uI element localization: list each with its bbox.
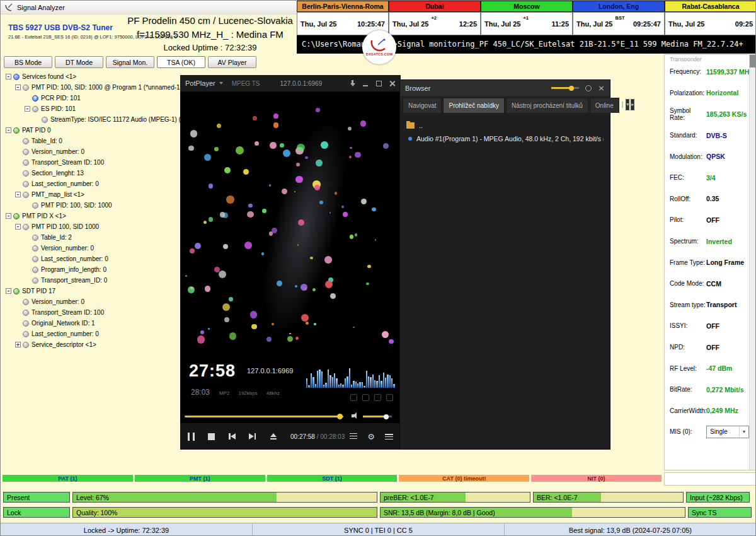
- tree-item[interactable]: Table_Id: 2: [3, 232, 180, 243]
- chevron-down-icon: [219, 82, 223, 84]
- node-icon: [23, 170, 29, 177]
- volume-knob[interactable]: [384, 414, 389, 419]
- collapse-icon[interactable]: -: [6, 127, 11, 133]
- tree-item[interactable]: Last_section_number: 0: [3, 178, 180, 189]
- pause-button[interactable]: [188, 433, 195, 441]
- node-icon: [23, 331, 29, 337]
- psi-table-label: PAT (1): [58, 475, 77, 482]
- browser-tab-online[interactable]: Online: [590, 98, 619, 113]
- tree-item[interactable]: Transport_Stream ID: 100: [3, 157, 180, 168]
- collapse-icon[interactable]: -: [6, 74, 11, 79]
- close-icon[interactable]: ×: [598, 83, 605, 93]
- seek-bar[interactable]: [185, 416, 343, 417]
- tree-item[interactable]: Table_Id: 0: [3, 136, 180, 146]
- tree-item[interactable]: Original_Network ID: 1: [3, 318, 180, 329]
- seek-knob[interactable]: [337, 414, 343, 419]
- parent-dir-item[interactable]: ..: [406, 119, 604, 132]
- world-clocks: Berlin-Paris-Vienna-RomaThu, Jul 2510:25…: [297, 1, 756, 35]
- tree-item[interactable]: -ES PID: 101: [3, 103, 180, 114]
- player-menu-button[interactable]: PotPlayer: [185, 79, 215, 87]
- pin-icon[interactable]: [585, 85, 592, 91]
- tree-item[interactable]: -PAT PID 0: [3, 125, 180, 136]
- previous-button[interactable]: [228, 433, 236, 440]
- mis-dropdown[interactable]: Single ▾: [706, 426, 749, 438]
- dxsatcs-logo: DXSATCS.COM: [362, 30, 396, 64]
- tab-signal-mon[interactable]: Signal Mon.: [106, 56, 154, 68]
- forward-caret-button[interactable]: ▸: [631, 99, 634, 110]
- tree-item[interactable]: Version_number: 0: [3, 296, 180, 307]
- clock-datetime: Thu, Jul 25+212:25: [389, 12, 481, 35]
- psi-table-status: PMT (1): [135, 475, 265, 482]
- tree-item[interactable]: -PMT_map_list <1>: [3, 189, 180, 200]
- transponder-field-label: Modulation:: [665, 153, 706, 160]
- video-area[interactable]: [180, 91, 401, 361]
- collapse-icon[interactable]: -: [6, 288, 11, 294]
- tree-item[interactable]: Last_section_number: 0: [3, 329, 180, 339]
- transponder-row: Code Mode:CCM: [665, 273, 755, 294]
- next-button[interactable]: [249, 433, 256, 440]
- quality-label: Quality: 100%: [76, 509, 117, 516]
- browser-volume-slider[interactable]: [551, 87, 579, 89]
- menu-icon[interactable]: [385, 434, 393, 440]
- tab-bs-mode[interactable]: BS Mode: [4, 56, 52, 68]
- tree-item[interactable]: StreamType: ISO/IEC 11172 Audio (MPEG-1)…: [3, 114, 180, 125]
- download-arrow-icon[interactable]: [349, 80, 356, 87]
- collapse-icon[interactable]: -: [15, 192, 21, 197]
- tree-item[interactable]: Last_section_number: 0: [3, 253, 180, 264]
- playlist-icon[interactable]: [350, 433, 357, 440]
- tree-item-label: StreamType: ISO/IEC 11172 Audio (MPEG-1)…: [50, 116, 186, 123]
- browser-tab-navigovat[interactable]: Navigovat: [403, 98, 442, 113]
- transponder-field-value: 0,249 MHz: [706, 407, 738, 414]
- tree-item-label: Last_section_number: 0: [41, 255, 108, 262]
- tree-item[interactable]: -PMT PID: 100, SID: 1000 @ Program 1 (*u…: [3, 82, 180, 93]
- collapse-icon[interactable]: -: [6, 213, 11, 219]
- dropdown-caret-button[interactable]: ▾: [626, 99, 629, 110]
- tree-item[interactable]: +Service_descriptor <1>: [3, 339, 180, 350]
- stop-button[interactable]: [208, 433, 215, 440]
- eject-button[interactable]: [270, 433, 277, 440]
- tree-item[interactable]: PMT PID: 100, SID: 1000: [3, 200, 180, 211]
- tree-item[interactable]: ?PCR PID: 101: [3, 93, 180, 103]
- collapse-icon[interactable]: -: [15, 84, 21, 90]
- browser-tab-prohl-e-nab-dky[interactable]: Prohlížeč nabídky: [443, 98, 505, 113]
- audio-spectrum: [306, 363, 396, 388]
- transponder-field-value: DVB-S: [706, 132, 727, 139]
- collapse-icon[interactable]: -: [15, 224, 21, 230]
- audio-track-item[interactable]: Audio #1(Program 1) - MPEG Audio, 48.0 k…: [406, 132, 604, 145]
- node-icon: [23, 160, 29, 166]
- transponder-row: Pilot:OFF: [665, 209, 755, 231]
- audio-visualization: [180, 91, 401, 361]
- tree-item[interactable]: -Services found <1>: [3, 71, 180, 82]
- node-icon: [23, 84, 29, 91]
- expand-icon[interactable]: +: [15, 342, 21, 347]
- tree-item[interactable]: Transport_stream_ID: 0: [3, 275, 180, 286]
- minimize-icon[interactable]: [362, 80, 369, 87]
- browser-tab-n-stroj-proch-zen-titulk[interactable]: Nástroj procházení titulků: [506, 98, 588, 113]
- tree-item[interactable]: -PMT PID X <1>: [3, 211, 180, 221]
- volume-slider[interactable]: [363, 416, 392, 417]
- maximize-icon[interactable]: [375, 80, 382, 87]
- tree-item[interactable]: Transport_Stream ID: 100: [3, 307, 180, 318]
- scrollbar[interactable]: [749, 55, 755, 470]
- tree-item[interactable]: Version_number: 0: [3, 146, 180, 157]
- slider-knob[interactable]: [569, 86, 574, 91]
- collapse-icon[interactable]: -: [25, 106, 30, 112]
- tree-item[interactable]: -SDT PID 17: [3, 286, 180, 296]
- gear-icon[interactable]: ⚙: [367, 433, 375, 441]
- total-time: 28:03: [191, 388, 210, 397]
- tree-item[interactable]: Program_info_length: 0: [3, 264, 180, 275]
- tree-item[interactable]: Version_number: 0: [3, 243, 180, 253]
- tab-tsa-ok[interactable]: TSA (OK): [157, 56, 205, 68]
- node-icon: [13, 288, 20, 294]
- scrollbar-thumb[interactable]: [750, 55, 755, 67]
- tree-item[interactable]: -PMT PID 100, SID 1000: [3, 221, 180, 232]
- transponder-field-value: Inverted: [706, 238, 732, 245]
- tab-dt-mode[interactable]: DT Mode: [55, 56, 103, 68]
- tree-item[interactable]: Section_lenght: 13: [3, 168, 180, 178]
- volume-icon[interactable]: [352, 412, 359, 419]
- tab-av-player[interactable]: AV Player: [208, 56, 256, 68]
- close-icon[interactable]: [389, 80, 396, 87]
- bullet-icon: [408, 137, 412, 141]
- node-icon: [32, 256, 38, 262]
- node-icon: [13, 74, 20, 80]
